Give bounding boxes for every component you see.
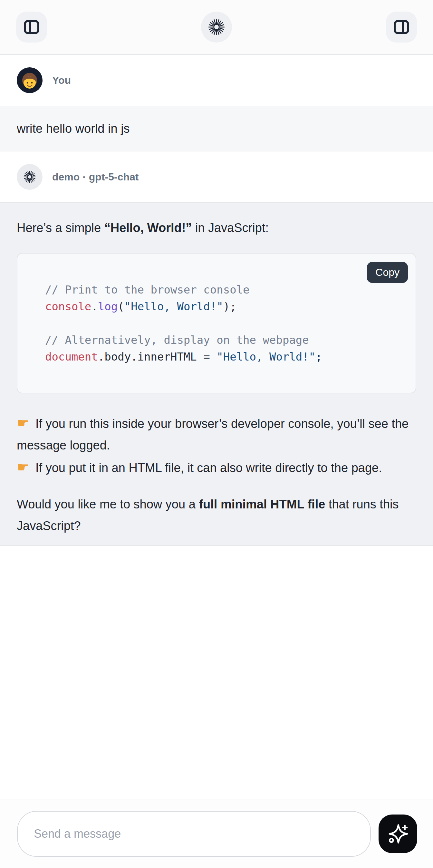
copy-button[interactable]: Copy <box>367 262 408 283</box>
user-sender-label: You <box>52 74 71 86</box>
composer-bar <box>0 799 433 868</box>
assistant-message-header: demo · gpt-5-chat <box>0 151 433 202</box>
user-message-header: You <box>0 55 433 106</box>
assistant-paragraph: ☛ If you run this inside your browser’s … <box>17 412 416 479</box>
assistant-paragraph: Would you like me to show you a full min… <box>17 494 416 537</box>
sidebar-toggle-button[interactable] <box>16 11 47 42</box>
assistant-intro: Here’s a simple “Hello, World!” in JavaS… <box>17 217 416 239</box>
send-button[interactable] <box>378 814 417 853</box>
panel-right-icon <box>393 19 410 35</box>
assistant-model-label: demo · gpt-5-chat <box>52 171 138 183</box>
right-panel-toggle-button[interactable] <box>386 11 417 42</box>
assistant-paragraphs: ☛ If you run this inside your browser’s … <box>17 412 416 537</box>
top-bar <box>0 0 433 55</box>
user-message-bubble: write hello world in js <box>0 106 433 151</box>
app-logo-button[interactable] <box>201 11 232 42</box>
assistant-avatar <box>17 164 42 190</box>
starburst-icon <box>207 17 226 37</box>
sparkle-icon <box>386 822 409 845</box>
point-right-icon: ☛ <box>17 415 29 431</box>
code-content: // Print to the browser consoleconsole.l… <box>45 281 403 365</box>
point-right-icon: ☛ <box>17 459 29 475</box>
person-emoji-icon <box>17 67 42 93</box>
chat-app: You write hello world in js demo · gpt-5… <box>0 0 433 546</box>
panel-left-icon <box>23 19 40 35</box>
user-avatar <box>17 67 42 93</box>
code-block: Copy // Print to the browser consolecons… <box>17 253 416 394</box>
message-input[interactable] <box>17 811 371 857</box>
assistant-message-bubble: Here’s a simple “Hello, World!” in JavaS… <box>0 202 433 546</box>
starburst-icon <box>22 169 37 184</box>
chat-thread: You write hello world in js demo · gpt-5… <box>0 55 433 546</box>
user-message-text: write hello world in js <box>17 122 416 135</box>
